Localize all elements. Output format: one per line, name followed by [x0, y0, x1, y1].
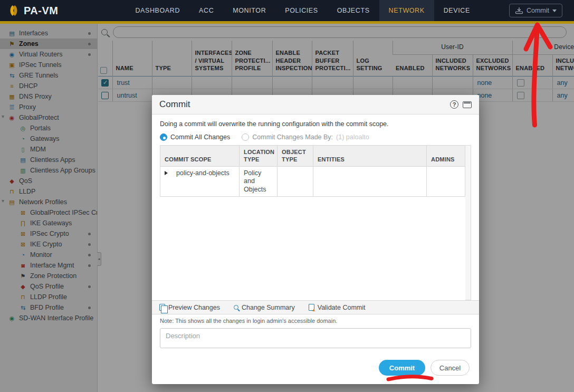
- dialog-column-header[interactable]: ENTITIES: [313, 146, 427, 167]
- description-field[interactable]: [160, 328, 471, 348]
- commit-dialog: Commit ? Doing a commit will overwrite t…: [152, 95, 479, 384]
- preview-changes-button[interactable]: Preview Changes: [159, 304, 220, 311]
- commit-scope-cell: policy-and-objects: [160, 166, 240, 197]
- cancel-button[interactable]: Cancel: [430, 360, 470, 376]
- commit-scope-row[interactable]: policy-and-objectsPolicy and Objects: [160, 166, 465, 197]
- commit-nav-button[interactable]: Commit: [509, 4, 562, 17]
- dialog-column-header[interactable]: ADMINS: [427, 146, 465, 167]
- radio-suffix: (1) paloalto: [336, 133, 369, 141]
- radio-button-icon[interactable]: [160, 133, 167, 141]
- change-summary-button[interactable]: Change Summary: [234, 304, 295, 311]
- nav-item-policies[interactable]: POLICIES: [275, 0, 327, 21]
- dialog-title: Commit: [159, 99, 450, 110]
- commit-scope-value: policy-and-objects: [176, 169, 229, 177]
- nav-item-network[interactable]: NETWORK: [379, 0, 434, 21]
- nav-items: DASHBOARDACCMONITORPOLICIESOBJECTSNETWOR…: [126, 0, 479, 21]
- dialog-intro-text: Doing a commit will overwrite the runnin…: [160, 120, 471, 128]
- commit-scope-table: COMMIT SCOPELOCATION TYPEOBJECT TYPEENTI…: [160, 145, 465, 197]
- change-summary-icon: [234, 305, 238, 310]
- top-nav: PA-VM DASHBOARDACCMONITORPOLICIESOBJECTS…: [0, 0, 574, 21]
- radio-commit-all-changes[interactable]: Commit All Changes: [160, 133, 230, 141]
- dialog-column-header[interactable]: COMMIT SCOPE: [160, 146, 240, 167]
- nav-item-dashboard[interactable]: DASHBOARD: [126, 0, 189, 21]
- dialog-buttons: Commit Cancel: [152, 348, 479, 376]
- dialog-header: Commit ?: [152, 95, 479, 114]
- validate-commit-icon: [309, 304, 314, 311]
- dialog-column-header[interactable]: LOCATION TYPE: [240, 146, 278, 167]
- commit-nav-label: Commit: [527, 7, 549, 14]
- brand-name: PA-VM: [24, 5, 58, 17]
- radio-button-icon[interactable]: [242, 133, 249, 141]
- dialog-table-scrollbar[interactable]: [465, 145, 471, 300]
- radio-label: Commit All Changes: [170, 133, 230, 141]
- action-label: Validate Commit: [318, 304, 366, 311]
- preview-changes-icon: [159, 304, 165, 311]
- nav-item-acc[interactable]: ACC: [189, 0, 223, 21]
- validate-commit-button[interactable]: Validate Commit: [309, 304, 366, 311]
- radio-commit-changes-made-by[interactable]: Commit Changes Made By:(1) paloalto: [242, 133, 369, 141]
- commit-scope-table-wrap: COMMIT SCOPELOCATION TYPEOBJECT TYPEENTI…: [160, 145, 471, 300]
- paloalto-logo-icon: [7, 4, 20, 17]
- action-label: Change Summary: [242, 304, 295, 311]
- commit-button[interactable]: Commit: [379, 360, 425, 376]
- dialog-column-header[interactable]: OBJECT TYPE: [278, 146, 313, 167]
- dialog-cell: [313, 166, 427, 197]
- docs-window-icon[interactable]: [463, 101, 472, 108]
- dialog-intro-section: Doing a commit will overwrite the runnin…: [152, 114, 479, 145]
- help-icon[interactable]: ?: [450, 100, 458, 109]
- nav-item-objects[interactable]: OBJECTS: [328, 0, 379, 21]
- brand: PA-VM: [7, 4, 58, 17]
- radio-label: Commit Changes Made By:: [252, 133, 333, 141]
- dialog-actions-toolbar: Preview ChangesChange SummaryValidate Co…: [152, 300, 479, 314]
- nav-item-device[interactable]: DEVICE: [434, 0, 480, 21]
- commit-push-icon: [515, 7, 523, 14]
- commit-scope-radios: Commit All ChangesCommit Changes Made By…: [160, 133, 471, 141]
- action-label: Preview Changes: [168, 304, 220, 311]
- expand-row-icon[interactable]: [165, 171, 168, 175]
- nav-item-monitor[interactable]: MONITOR: [223, 0, 275, 21]
- dialog-cell: [427, 166, 465, 197]
- dialog-cell: Policy and Objects: [240, 166, 278, 197]
- dialog-cell: [278, 166, 313, 197]
- chevron-down-icon: [552, 9, 557, 12]
- dialog-note: Note: This shows all the changes in logi…: [152, 314, 479, 324]
